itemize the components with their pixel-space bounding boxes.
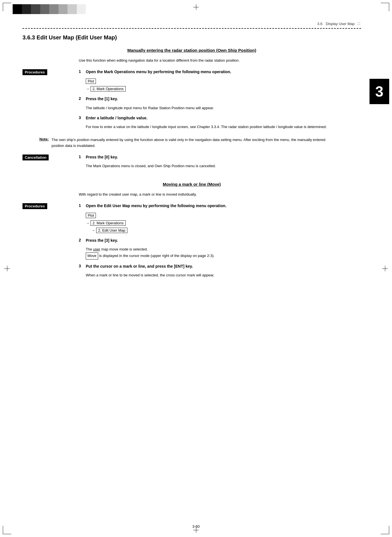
procedures-block-1: Procedures 1 Open the Mark Operations me… — [22, 69, 361, 134]
s2-arrow1: → — [86, 221, 89, 225]
move-box: Move — [86, 252, 98, 259]
s2-step1-row: 1 Open the Edit User Map menu by perform… — [79, 203, 361, 209]
s2-menu-item2: 2. Edit User Map — [96, 228, 127, 233]
s2-step3-desc: When a mark or line to be moved is selec… — [86, 272, 361, 278]
procedures-content-1: 1 Open the Mark Operations menu by perfo… — [79, 69, 361, 134]
subsection2-intro: With regard to the created user map, a m… — [79, 192, 355, 198]
s2-menu-plot-row: Plot — [86, 212, 361, 219]
s2-menu-arrow-row1: → 2. Mark Operations — [86, 220, 361, 226]
step1-row: 1 Open the Mark Operations menu by perfo… — [79, 69, 361, 75]
page-number-text: 3-60 — [192, 524, 200, 529]
note-text: The own ship's position manually entered… — [51, 137, 333, 149]
subsection2-intro-text: With regard to the created user map, a m… — [79, 192, 197, 196]
corner-decoration-bl — [3, 526, 11, 534]
cancellation-label: Cancellation — [22, 155, 49, 160]
corner-decoration-br — [381, 526, 389, 534]
s2-step2-num: 2 — [79, 238, 86, 242]
procedures-label-1: Procedures — [22, 69, 47, 75]
s2-step1-menu-flow: Plot → 2. Mark Operations → 2. Edit User… — [86, 212, 361, 234]
header-section-title: Display User Map — [326, 22, 355, 26]
section-heading: 3.6.3 Edit User Map (Edit User Map) — [22, 34, 361, 41]
s2-step3-row: 3 Put the cursor on a mark or line, and … — [79, 264, 361, 269]
crosshair-left — [4, 266, 10, 271]
cancel-step1-row: 1 Press the [0] key. — [79, 155, 361, 160]
s2-step1-num: 1 — [79, 203, 86, 208]
header-box-8 — [77, 4, 86, 14]
subsection2-title: Moving a mark or line (Move) — [163, 182, 221, 187]
chapter-tab: 3 — [370, 79, 389, 104]
note-label: Note: — [39, 137, 49, 141]
s2-menu-plot: Plot — [86, 213, 96, 218]
header-dots: ∷ — [357, 21, 361, 26]
header-box-7 — [67, 4, 77, 14]
note-block: Note: The own ship's position manually e… — [39, 137, 333, 149]
procedures-label-container: Procedures — [22, 69, 79, 78]
user-underline: user — [93, 247, 100, 251]
step3-num: 3 — [79, 115, 86, 120]
header-box-5 — [49, 4, 58, 14]
step1-text: Open the Mark Operations menu by perform… — [86, 69, 361, 75]
cancellation-content: 1 Press the [0] key. The Mark Operations… — [79, 155, 361, 173]
procedures-label-2: Procedures — [22, 203, 47, 209]
step3-row: 3 Enter a latitude / longitude value. — [79, 115, 361, 121]
crosshair-right — [382, 266, 388, 271]
header-box-2 — [22, 4, 31, 14]
s2-menu-arrow-row2: → 2. Edit User Map — [86, 227, 361, 234]
page-body: 3.6.3 Edit User Map (Edit User Map) Manu… — [0, 34, 392, 302]
step1-num: 1 — [79, 69, 86, 74]
page-number: 3-60 — [192, 524, 200, 529]
step1-menu-arrow-row: → 2. Mark Operations — [86, 86, 361, 92]
step1-menu-item1: 2. Mark Operations — [91, 86, 126, 91]
step3-text: Enter a latitude / longitude value. — [86, 115, 361, 121]
header-box-3 — [31, 4, 40, 14]
crosshair-top — [193, 4, 199, 10]
step2-num: 2 — [79, 96, 86, 101]
subsection1-intro-text: Use this function when editing navigatio… — [79, 58, 240, 62]
cancel-step1-num: 1 — [79, 155, 86, 159]
step2-desc-text: The latitude / longitude input menu for … — [86, 106, 214, 110]
page: 3 3.6 Display User Map ∷ 3.6.3 Edit User… — [0, 0, 392, 537]
cancel-step1-desc-text: The Mark Operations menu is closed, and … — [86, 164, 216, 168]
step1-menu-flow: Plot → 2. Mark Operations — [86, 78, 361, 92]
cancellation-label-container: Cancellation — [22, 155, 79, 163]
cancel-step1-desc: The Mark Operations menu is closed, and … — [86, 163, 361, 169]
s2-step3-desc-text: When a mark or line to be moved is selec… — [86, 273, 214, 277]
header-box-1 — [13, 4, 22, 14]
s2-step2-desc-line2: Move is displayed in the cursor mode (up… — [86, 254, 215, 258]
s2-arrow2: → — [91, 228, 95, 232]
corner-decoration-tr — [381, 3, 389, 11]
procedures-content-2: 1 Open the Edit User Map menu by perform… — [79, 203, 361, 283]
s2-step3-num: 3 — [79, 264, 86, 268]
section-title: 3.6.3 Edit User Map (Edit User Map) — [22, 34, 117, 41]
step1-arrow1: → — [86, 87, 89, 91]
header-section-number: 3.6 — [317, 22, 322, 26]
step2-row: 2 Press the [1] key. — [79, 96, 361, 102]
spacer1 — [22, 176, 361, 182]
cancel-step1-text: Press the [0] key. — [86, 155, 361, 160]
subsection1-heading: Manually entering the radar station posi… — [22, 48, 361, 53]
header-box-6 — [58, 4, 68, 14]
procedures-block-2: Procedures 1 Open the Edit User Map menu… — [22, 203, 361, 283]
s2-step2-row: 2 Press the [3] key. — [79, 238, 361, 243]
step1-menu-plot: Plot — [86, 79, 96, 84]
corner-decoration-tl — [3, 3, 11, 11]
s2-step2-text: Press the [3] key. — [86, 238, 361, 243]
subsection2-heading: Moving a mark or line (Move) — [22, 182, 361, 187]
procedures-label-container-2: Procedures — [22, 203, 79, 212]
header-box-4 — [40, 4, 49, 14]
step3-desc: For how to enter a value on the latitude… — [86, 124, 361, 130]
step3-desc-text: For how to enter a value on the latitude… — [86, 125, 327, 129]
s2-step2-desc-line1: The user map move mode is selected. — [86, 247, 148, 251]
step2-text: Press the [1] key. — [86, 96, 361, 102]
s2-step3-text: Put the cursor on a mark or line, and pr… — [86, 264, 361, 269]
dashed-rule — [22, 28, 361, 29]
step1-menu-plot-row: Plot — [86, 78, 361, 84]
header-grayscale-bar — [13, 4, 86, 14]
s2-step2-desc: The user map move mode is selected. Move… — [86, 247, 361, 259]
s2-step1-text: Open the Edit User Map menu by performin… — [86, 203, 361, 209]
subsection1-intro: Use this function when editing navigatio… — [79, 58, 355, 64]
step2-desc: The latitude / longitude input menu for … — [86, 105, 361, 111]
cancellation-block: Cancellation 1 Press the [0] key. The Ma… — [22, 155, 361, 173]
subsection1-title: Manually entering the radar station posi… — [127, 48, 256, 53]
chapter-number: 3 — [375, 83, 384, 100]
